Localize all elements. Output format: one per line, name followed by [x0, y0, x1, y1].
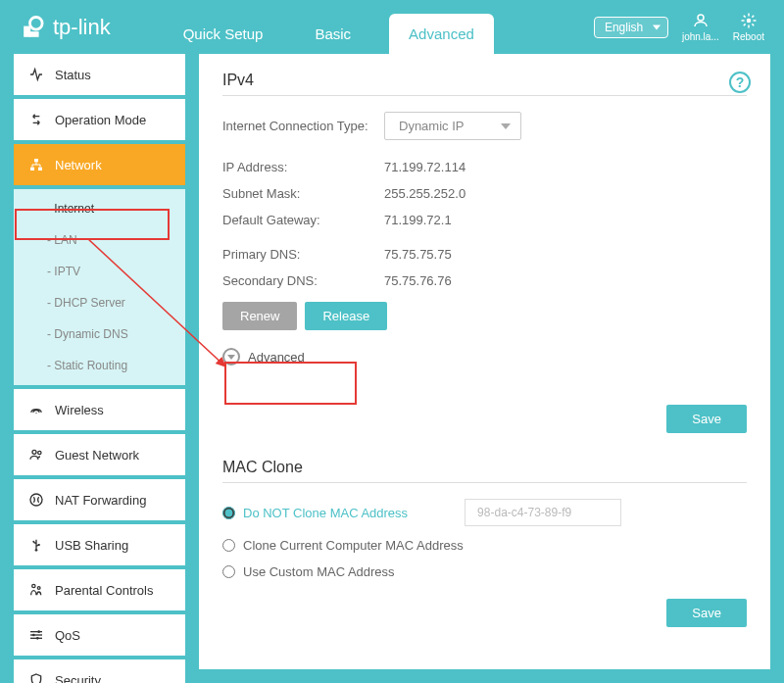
mac-option-no-clone[interactable]: Do NOT Clone MAC Address [222, 499, 747, 526]
usb-icon [27, 536, 45, 554]
mac-option-custom[interactable]: Use Custom MAC Address [222, 564, 747, 579]
chevron-down-icon [222, 348, 240, 366]
renew-button[interactable]: Renew [222, 302, 297, 330]
svg-rect-14 [30, 168, 34, 171]
tplink-logo-icon [20, 14, 47, 41]
mac-address-display [465, 499, 621, 526]
svg-point-17 [38, 451, 41, 454]
ipv4-save-button[interactable]: Save [666, 405, 747, 433]
sdns-value: 75.75.76.76 [384, 273, 452, 288]
svg-rect-2 [29, 31, 39, 37]
sidebar-item-nat-forwarding[interactable]: NAT Forwarding [14, 479, 185, 520]
subnet-value: 255.255.252.0 [384, 186, 466, 201]
ip-value: 71.199.72.114 [384, 160, 466, 174]
subnet-label: Subnet Mask: [222, 186, 384, 201]
svg-rect-21 [38, 544, 40, 546]
operation-mode-icon [27, 111, 45, 128]
sidebar-sub-static-routing[interactable]: - Static Routing [14, 350, 185, 381]
brand-logo: tp-link [20, 14, 111, 41]
mac-radio-no-clone[interactable] [222, 507, 235, 519]
sidebar-item-security[interactable]: Security [14, 659, 185, 683]
sidebar-item-network[interactable]: Network [14, 144, 185, 185]
mac-save-button[interactable]: Save [666, 599, 747, 627]
svg-point-29 [36, 637, 39, 640]
help-button[interactable]: ? [729, 72, 751, 93]
sidebar: Status Operation Mode Network - Internet… [14, 54, 185, 669]
svg-point-22 [32, 584, 35, 587]
status-icon [27, 66, 45, 83]
shield-icon [27, 671, 45, 683]
sidebar-item-guest-network[interactable]: Guest Network [14, 434, 185, 475]
sidebar-sub-dhcp[interactable]: - DHCP Server [14, 287, 185, 318]
reboot-button[interactable]: Reboot [733, 12, 764, 42]
network-icon [27, 156, 45, 173]
mac-option-clone-current[interactable]: Clone Current Computer MAC Address [222, 538, 747, 553]
qos-icon [27, 626, 45, 644]
user-account-button[interactable]: john.la... [682, 12, 719, 42]
sidebar-sub-iptv[interactable]: - IPTV [14, 256, 185, 287]
reboot-icon [740, 12, 758, 29]
sidebar-sub-internet[interactable]: - Internet [14, 193, 185, 224]
svg-line-12 [752, 16, 754, 18]
svg-line-11 [744, 24, 746, 25]
user-icon [692, 12, 710, 29]
guest-network-icon [27, 446, 45, 463]
nat-icon [27, 491, 45, 509]
main-content: ? IPv4 Internet Connection Type: Dynamic… [199, 54, 770, 669]
language-select[interactable]: English [594, 17, 668, 38]
sdns-label: Secondary DNS: [222, 273, 384, 288]
network-submenu: - Internet - LAN - IPTV - DHCP Server - … [14, 189, 185, 385]
wireless-icon [27, 401, 45, 418]
gateway-label: Default Gateway: [222, 213, 384, 227]
sidebar-item-wireless[interactable]: Wireless [14, 389, 185, 430]
pdns-value: 75.75.75.75 [384, 247, 452, 262]
svg-point-23 [37, 587, 40, 590]
tab-quick-setup[interactable]: Quick Setup [170, 14, 277, 54]
sidebar-item-usb-sharing[interactable]: USB Sharing [14, 524, 185, 565]
svg-line-10 [752, 24, 754, 25]
svg-point-27 [37, 630, 40, 633]
release-button[interactable]: Release [305, 302, 387, 330]
mac-radio-custom[interactable] [222, 565, 235, 578]
sidebar-sub-lan[interactable]: - LAN [14, 224, 185, 256]
tab-advanced[interactable]: Advanced [389, 14, 494, 54]
sidebar-item-parental-controls[interactable]: Parental Controls [14, 569, 185, 610]
conn-type-select[interactable]: Dynamic IP [384, 112, 521, 140]
svg-rect-15 [38, 168, 42, 171]
pdns-label: Primary DNS: [222, 247, 384, 262]
svg-point-28 [32, 634, 35, 637]
sidebar-sub-ddns[interactable]: - Dynamic DNS [14, 318, 185, 350]
conn-type-label: Internet Connection Type: [222, 119, 384, 133]
sidebar-item-operation-mode[interactable]: Operation Mode [14, 99, 185, 140]
sidebar-item-status[interactable]: Status [14, 54, 185, 95]
parental-icon [27, 581, 45, 599]
tab-basic[interactable]: Basic [301, 14, 365, 54]
advanced-toggle[interactable]: Advanced [222, 348, 747, 366]
svg-point-0 [30, 17, 43, 29]
svg-point-19 [35, 549, 38, 552]
sidebar-item-qos[interactable]: QoS [14, 614, 185, 656]
ip-label: IP Address: [222, 160, 384, 174]
svg-rect-13 [34, 159, 38, 162]
mac-clone-section-title: MAC Clone [222, 459, 747, 483]
mac-radio-clone-current[interactable] [222, 539, 235, 552]
ipv4-section-title: IPv4 [222, 72, 747, 96]
svg-point-18 [30, 494, 42, 506]
gateway-value: 71.199.72.1 [384, 213, 452, 227]
svg-point-3 [698, 15, 704, 21]
svg-point-20 [32, 541, 34, 543]
svg-point-16 [32, 450, 36, 454]
svg-line-9 [744, 16, 746, 18]
brand-text: tp-link [53, 15, 111, 40]
svg-point-4 [747, 19, 752, 24]
